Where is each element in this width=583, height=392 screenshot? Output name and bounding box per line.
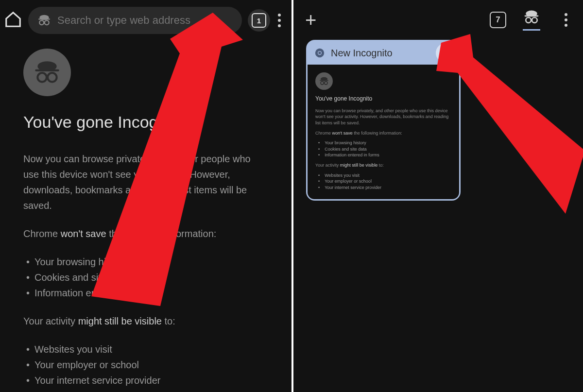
wont-save-list: Your browsing historyCookies and site da… — [23, 254, 268, 301]
list-item: Cookies and site data — [315, 146, 451, 153]
tab-thumbnail[interactable]: You've gone Incognito Now you can browse… — [308, 65, 459, 199]
home-icon[interactable] — [4, 10, 22, 31]
tab-count-button[interactable]: 1 — [248, 9, 270, 32]
incognito-info: You've gone Incognito Now you can browse… — [0, 34, 292, 388]
search-input[interactable] — [56, 14, 233, 27]
list-item: Information entered in forms — [23, 285, 268, 301]
svg-rect-10 — [525, 16, 539, 17]
list-item: Your browsing history — [23, 254, 268, 270]
list-item: Your internet service provider — [23, 373, 268, 388]
svg-point-18 — [321, 82, 324, 85]
svg-point-3 — [45, 20, 49, 25]
list-item: Websites you visit — [23, 341, 268, 357]
new-tab-icon[interactable]: + — [305, 10, 316, 30]
incognito-icon — [23, 49, 71, 96]
address-bar[interactable] — [28, 7, 242, 34]
list-item: Your internet service provider — [315, 185, 451, 191]
tab-switcher-screen: + 7 New Incognito You' — [293, 0, 583, 392]
tab-card[interactable]: New Incognito You've gone Incognito Now … — [306, 40, 461, 201]
incognito-screen: 1 You've gone Incognito Now you can brow… — [0, 0, 293, 392]
thumb-heading: You've gone Incognito — [315, 95, 451, 103]
top-toolbar: 1 — [0, 0, 292, 34]
incognito-icon — [37, 13, 51, 28]
thumb-intro: Now you can browse privately, and other … — [315, 108, 451, 126]
svg-point-15 — [318, 51, 321, 54]
svg-point-6 — [37, 73, 47, 82]
thumb-visible-label: Your activity might still be visible to: — [315, 162, 451, 169]
overflow-menu-icon[interactable] — [273, 11, 288, 30]
list-item: Your browsing history — [315, 140, 451, 146]
overflow-menu-icon[interactable] — [560, 10, 574, 30]
tab-card-header: New Incognito — [308, 41, 459, 65]
thumb-visible-list: Websites you visitYour employer or schoo… — [315, 172, 451, 191]
svg-rect-17 — [320, 80, 328, 81]
svg-rect-5 — [35, 69, 59, 71]
incognito-mode-icon[interactable] — [523, 9, 540, 31]
svg-point-7 — [48, 73, 57, 82]
list-item: Websites you visit — [315, 172, 451, 179]
tab-title: New Incognito — [331, 48, 436, 59]
list-item: Cookies and site data — [23, 270, 268, 285]
incognito-icon — [315, 72, 333, 90]
visible-label: Your activity might still be visible to: — [23, 313, 268, 329]
chrome-icon — [314, 48, 325, 58]
list-item: Your employer or school — [23, 357, 268, 373]
normal-tab-count[interactable]: 7 — [490, 12, 506, 28]
wont-save-label: Chrome won't save the following informat… — [23, 226, 268, 241]
incognito-intro: Now you can browse privately, and other … — [23, 151, 268, 213]
list-item: Information entered in forms — [315, 152, 451, 158]
close-tab-button[interactable] — [436, 43, 455, 63]
close-icon — [441, 48, 450, 58]
tab-count-value: 1 — [252, 13, 266, 28]
svg-point-2 — [39, 20, 44, 25]
svg-point-11 — [526, 17, 531, 23]
thumb-wont-save-list: Your browsing historyCookies and site da… — [315, 140, 451, 158]
thumb-wont-save-label: Chrome won't save the following informat… — [315, 130, 451, 136]
svg-point-19 — [325, 82, 328, 85]
visible-list: Websites you visitYour employer or schoo… — [23, 341, 268, 388]
svg-rect-1 — [38, 18, 50, 19]
incognito-heading: You've gone Incognito — [23, 113, 268, 132]
tab-switcher-toolbar: + 7 — [293, 0, 583, 31]
svg-point-12 — [532, 17, 537, 23]
list-item: Your employer or school — [315, 178, 451, 185]
